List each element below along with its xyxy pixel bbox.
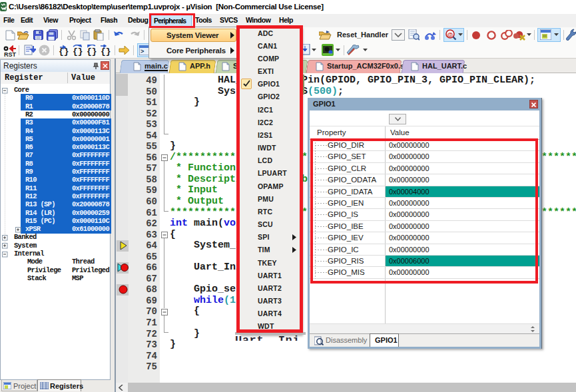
svg-text:@: @: [447, 31, 453, 38]
svg-text:{}: {}: [87, 47, 97, 56]
svg-text:{}: {}: [101, 47, 111, 56]
svg-text:RST: RST: [4, 51, 17, 57]
svg-text:{}: {}: [73, 47, 83, 56]
svg-text:>: >: [141, 49, 144, 55]
